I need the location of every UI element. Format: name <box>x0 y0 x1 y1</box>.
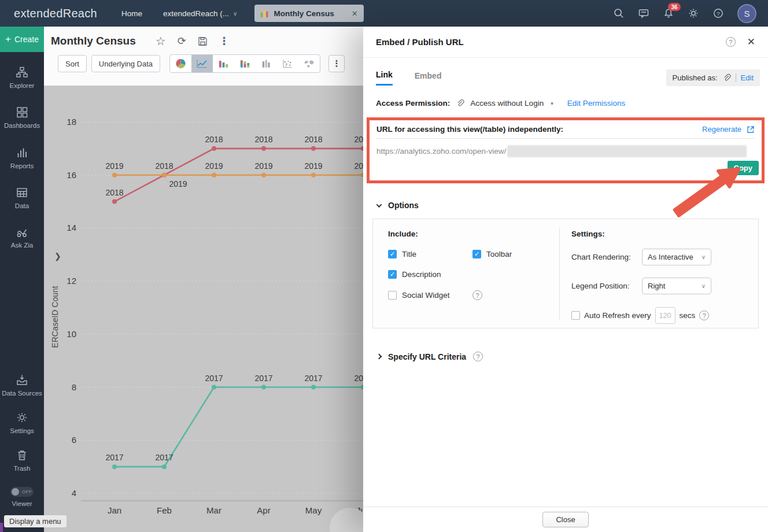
settings-label: Settings: <box>571 230 758 238</box>
svg-text:Jan: Jan <box>108 505 121 515</box>
search-icon[interactable] <box>613 8 625 19</box>
map-chart-icon[interactable] <box>298 55 320 72</box>
paperclip-icon[interactable] <box>722 73 731 82</box>
plus-icon: + <box>5 34 11 45</box>
viewer-toggle[interactable]: OFF <box>10 487 34 497</box>
pie-chart-icon[interactable] <box>170 55 191 72</box>
svg-text:❯: ❯ <box>54 252 61 261</box>
legend-position-select[interactable]: Right ∨ <box>642 278 711 294</box>
svg-text:2018: 2018 <box>304 135 322 144</box>
checkbox-title[interactable]: Title <box>388 250 472 258</box>
svg-text:?: ? <box>717 10 719 17</box>
copy-button[interactable]: Copy <box>728 161 759 175</box>
auto-refresh-secs-input[interactable] <box>655 307 675 324</box>
gear-icon[interactable] <box>688 8 699 19</box>
svg-text:2019: 2019 <box>304 161 322 171</box>
tab-link[interactable]: Link <box>376 70 393 86</box>
sidebar-item-data-sources[interactable]: Data Sources <box>2 374 42 397</box>
trash-icon <box>16 449 28 461</box>
view-url-value[interactable]: https://analytics.zoho.com/open-view/ <box>376 147 506 156</box>
close-button[interactable]: Close <box>542 512 589 527</box>
auto-refresh-checkbox[interactable] <box>571 311 580 320</box>
help-icon[interactable]: ? <box>712 8 724 19</box>
refresh-icon[interactable]: ⟳ <box>178 36 186 46</box>
svg-text:2017: 2017 <box>205 374 223 383</box>
open-external-icon[interactable] <box>747 125 755 134</box>
svg-text:Mar: Mar <box>206 505 221 515</box>
app-logo: extendedReach <box>14 7 97 20</box>
sidebar-item-settings[interactable]: Settings <box>10 411 34 435</box>
tab-label: Monthly Census <box>274 9 334 18</box>
dashboards-icon <box>16 106 28 119</box>
access-permission-dropdown[interactable]: Access without Login <box>470 99 544 108</box>
options-toggle[interactable]: Options <box>363 183 768 210</box>
sidebar-item-data[interactable]: Data <box>15 186 29 210</box>
top-navbar: extendedReach Home extendedReach (... ∨ … <box>0 0 768 27</box>
avatar[interactable]: S <box>737 4 756 23</box>
underlying-data-button[interactable]: Underlying Data <box>91 55 160 72</box>
svg-text:18: 18 <box>67 117 76 127</box>
svg-text:2017: 2017 <box>105 453 123 462</box>
scatter-chart-icon[interactable] <box>277 55 298 72</box>
svg-text:2018: 2018 <box>205 135 223 144</box>
data-table-icon <box>16 186 28 199</box>
dialog-help-icon[interactable]: ? <box>726 37 736 47</box>
regenerate-link[interactable]: Regenerate <box>702 125 741 134</box>
save-icon[interactable] <box>198 36 208 46</box>
sidebar-item-ask-zia[interactable]: Ask Zia <box>11 226 33 249</box>
line-chart-icon[interactable] <box>191 55 213 72</box>
access-permission-label: Access Permission: <box>376 99 450 108</box>
more-chart-types-icon[interactable]: ⋮ <box>328 55 345 72</box>
edit-published-link[interactable]: Edit <box>741 73 754 82</box>
svg-text:2019: 2019 <box>354 161 363 171</box>
data-sources-icon <box>16 374 28 386</box>
sidebar-item-explorer[interactable]: Explorer <box>10 66 35 90</box>
checkbox-social-widget[interactable]: Social Widget <box>388 291 472 300</box>
bar-chart-icon[interactable] <box>213 55 234 72</box>
tab-monthly-census[interactable]: Monthly Census ✕ <box>254 5 363 22</box>
stacked-bar-chart-icon[interactable] <box>234 55 256 72</box>
svg-text:Feb: Feb <box>157 505 172 515</box>
auto-refresh-help-icon[interactable]: ? <box>699 311 709 320</box>
more-options-icon[interactable]: ⋮ <box>219 36 230 46</box>
social-widget-help-icon[interactable]: ? <box>472 290 482 300</box>
svg-text:12: 12 <box>67 276 76 286</box>
sidebar-item-trash[interactable]: Trash <box>14 449 31 472</box>
svg-text:Apr: Apr <box>257 505 270 515</box>
combo-chart-icon[interactable] <box>256 55 277 72</box>
dialog-close-icon[interactable]: ✕ <box>747 36 755 48</box>
chevron-down-icon: ∨ <box>701 283 706 289</box>
auto-refresh-label: Auto Refresh every <box>584 311 651 320</box>
svg-text:2019: 2019 <box>254 161 272 171</box>
explorer-icon <box>16 66 28 79</box>
sort-button[interactable]: Sort <box>58 55 87 72</box>
sidebar-item-viewer[interactable]: OFF Viewer <box>10 487 34 508</box>
sidebar-item-reports[interactable]: Reports <box>10 146 34 170</box>
create-button[interactable]: + Create <box>0 27 44 52</box>
checkbox-toolbar[interactable]: Toolbar <box>472 250 557 258</box>
tab-close-icon[interactable]: ✕ <box>352 9 358 18</box>
auto-refresh-unit: secs <box>680 311 696 320</box>
checkbox-description[interactable]: Description <box>388 270 472 279</box>
nav-home[interactable]: Home <box>121 9 142 18</box>
embed-publish-dialog: Embed / Publish URL ? ✕ Link Embed Publi… <box>363 27 768 532</box>
include-label: Include: <box>388 230 559 238</box>
specify-url-help-icon[interactable]: ? <box>473 352 483 361</box>
svg-text:ERCaseID Count: ERCaseID Count <box>50 286 60 348</box>
url-section-highlighted: URL for accessing this view(/table) inde… <box>367 117 765 183</box>
sidebar-item-dashboards[interactable]: Dashboards <box>4 106 40 130</box>
feedback-icon[interactable] <box>638 8 649 19</box>
svg-text:2019: 2019 <box>205 161 223 171</box>
svg-text:2017: 2017 <box>254 374 272 383</box>
chart-rendering-select[interactable]: As Interactive ∨ <box>642 249 711 265</box>
specify-url-criteria-toggle[interactable]: Specify URL Criteria ? <box>363 328 768 361</box>
svg-text:May: May <box>305 505 322 515</box>
svg-text:2018: 2018 <box>155 161 173 171</box>
chevron-down-icon <box>376 202 382 208</box>
edit-permissions-link[interactable]: Edit Permissions <box>567 99 626 108</box>
favorite-star-icon[interactable]: ☆ <box>156 35 166 47</box>
notifications-bell-icon[interactable]: 36 <box>663 8 674 19</box>
tab-embed[interactable]: Embed <box>415 71 442 85</box>
reports-icon <box>16 146 28 159</box>
workspace-dropdown[interactable]: extendedReach (... ∨ <box>163 9 237 18</box>
